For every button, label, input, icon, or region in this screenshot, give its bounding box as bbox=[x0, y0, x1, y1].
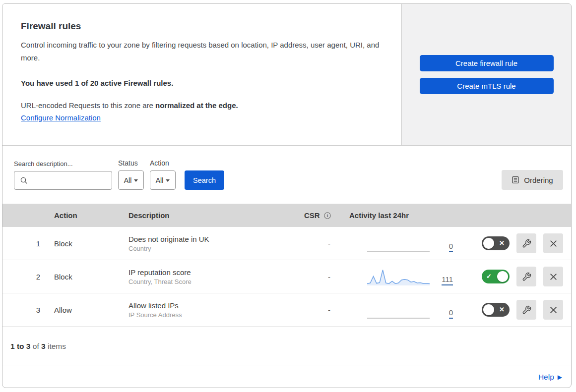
activity-sparkline bbox=[367, 268, 430, 285]
actions-panel: Create firewall rule Create mTLS rule bbox=[402, 4, 571, 145]
rule-priority: 2 bbox=[2, 273, 54, 281]
search-icon bbox=[20, 176, 28, 184]
toggle-knob bbox=[483, 304, 494, 315]
table-row: 3 Allow Allow listed IPs IP Source Addre… bbox=[2, 293, 571, 327]
rule-csr-value: - bbox=[298, 273, 348, 281]
action-column-header: Action bbox=[54, 211, 128, 220]
create-firewall-rule-button[interactable]: Create firewall rule bbox=[420, 55, 554, 71]
search-input[interactable] bbox=[32, 171, 122, 189]
csr-header-label: CSR bbox=[304, 211, 320, 220]
status-label: Status bbox=[118, 159, 144, 167]
enable-toggle[interactable]: ✓ ✕ bbox=[482, 236, 510, 250]
firewall-rules-card: Firewall rules Control incoming traffic … bbox=[2, 3, 572, 388]
close-icon bbox=[549, 273, 558, 281]
edit-rule-button[interactable] bbox=[516, 267, 536, 286]
rule-description-cell: IP reputation score Country, Threat Scor… bbox=[128, 268, 298, 285]
activity-column-header: Activity last 24hr bbox=[348, 211, 457, 220]
summary-of: of bbox=[30, 342, 41, 351]
overview-text-panel: Firewall rules Control incoming traffic … bbox=[2, 4, 402, 145]
help-link-label: Help bbox=[538, 373, 554, 382]
svg-text:i: i bbox=[326, 213, 328, 218]
chevron-down-icon bbox=[134, 179, 138, 182]
close-icon bbox=[549, 306, 558, 314]
rule-description-cell: Allow listed IPs IP Source Address bbox=[128, 301, 298, 319]
arrow-right-icon: ▶ bbox=[558, 374, 562, 380]
toggle-knob bbox=[497, 271, 508, 282]
rule-description: Does not originate in UK bbox=[128, 235, 298, 243]
table-row: 1 Block Does not originate in UK Country… bbox=[2, 227, 571, 260]
configure-normalization-link[interactable]: Configure Normalization bbox=[21, 113, 101, 122]
activity-count-link[interactable]: 111 bbox=[442, 275, 453, 285]
status-dropdown[interactable]: All bbox=[118, 170, 144, 190]
page-description: Control incoming traffic to your zone by… bbox=[21, 39, 382, 65]
rule-action: Block bbox=[54, 273, 128, 281]
help-row: Help ▶ bbox=[2, 366, 571, 388]
rule-action: Block bbox=[54, 239, 128, 248]
search-button[interactable]: Search bbox=[185, 170, 224, 190]
delete-rule-button[interactable] bbox=[543, 267, 563, 286]
rule-match-fields: Country, Threat Score bbox=[128, 278, 298, 285]
edit-rule-button[interactable] bbox=[516, 300, 536, 320]
activity-count-link[interactable]: 0 bbox=[449, 308, 453, 319]
rule-priority: 1 bbox=[2, 239, 54, 248]
activity-flatline bbox=[367, 301, 430, 319]
x-mark-icon: ✕ bbox=[499, 239, 505, 247]
page-title: Firewall rules bbox=[21, 21, 382, 32]
wrench-icon bbox=[522, 272, 531, 281]
summary-range: 1 to 3 bbox=[10, 342, 30, 351]
ordering-button-label: Ordering bbox=[524, 176, 553, 184]
toggle-knob bbox=[483, 238, 494, 249]
rule-match-fields: IP Source Address bbox=[128, 311, 298, 319]
x-mark-icon: ✕ bbox=[499, 306, 505, 313]
status-dropdown-value: All bbox=[124, 176, 132, 184]
firewall-rules-page: Firewall rules Control incoming traffic … bbox=[0, 0, 576, 392]
check-icon: ✓ bbox=[486, 273, 492, 280]
rule-action: Allow bbox=[54, 306, 128, 314]
search-label: Search description... bbox=[14, 160, 112, 168]
summary-total: 3 bbox=[41, 342, 46, 351]
activity-count-link[interactable]: 0 bbox=[449, 242, 453, 252]
action-label: Action bbox=[150, 159, 176, 167]
edit-rule-button[interactable] bbox=[516, 233, 536, 253]
help-link[interactable]: Help ▶ bbox=[538, 373, 562, 382]
rule-csr-value: - bbox=[298, 239, 348, 248]
table-row: 2 Block IP reputation score Country, Thr… bbox=[2, 260, 571, 293]
activity-cell: 0 bbox=[367, 234, 453, 252]
rule-csr-value: - bbox=[298, 306, 348, 314]
rule-description: IP reputation score bbox=[128, 268, 298, 277]
create-mtls-rule-button[interactable]: Create mTLS rule bbox=[420, 78, 554, 94]
delete-rule-button[interactable] bbox=[543, 233, 563, 253]
rule-description: Allow listed IPs bbox=[128, 301, 298, 310]
wrench-icon bbox=[522, 305, 531, 315]
action-dropdown[interactable]: All bbox=[150, 170, 176, 190]
info-icon[interactable]: i bbox=[323, 212, 331, 220]
activity-cell: 111 bbox=[367, 268, 453, 285]
csr-column-header: CSR i bbox=[298, 211, 348, 220]
list-icon bbox=[512, 176, 519, 184]
activity-flatline bbox=[367, 234, 430, 252]
overview-section: Firewall rules Control incoming traffic … bbox=[2, 4, 571, 146]
action-dropdown-value: All bbox=[156, 176, 164, 184]
rule-match-fields: Country bbox=[128, 245, 298, 252]
normalization-prefix: URL-encoded Requests to this zone are bbox=[21, 101, 155, 110]
search-group: Search description... bbox=[14, 160, 112, 190]
pagination-summary: 1 to 3 of 3 items bbox=[2, 327, 571, 366]
enable-toggle[interactable]: ✓ ✕ bbox=[482, 303, 510, 317]
table-header: Action Description CSR i Activity last 2… bbox=[2, 204, 571, 227]
enable-toggle[interactable]: ✓ ✕ bbox=[482, 270, 510, 283]
close-icon bbox=[549, 239, 558, 248]
ordering-button[interactable]: Ordering bbox=[502, 170, 563, 190]
normalization-bold: normalized at the edge. bbox=[155, 101, 238, 110]
usage-notice: You have used 1 of 20 active Firewall ru… bbox=[21, 79, 382, 87]
wrench-icon bbox=[522, 239, 531, 248]
normalization-text: URL-encoded Requests to this zone are no… bbox=[21, 101, 382, 110]
activity-cell: 0 bbox=[367, 301, 453, 319]
summary-items: items bbox=[46, 342, 66, 351]
chevron-down-icon bbox=[166, 179, 170, 182]
filter-bar: Search description... Status All Action bbox=[2, 146, 571, 204]
delete-rule-button[interactable] bbox=[543, 300, 563, 320]
description-column-header: Description bbox=[128, 211, 298, 220]
action-filter-group: Action All bbox=[150, 159, 176, 190]
rule-priority: 3 bbox=[2, 306, 54, 314]
search-box bbox=[14, 171, 112, 190]
